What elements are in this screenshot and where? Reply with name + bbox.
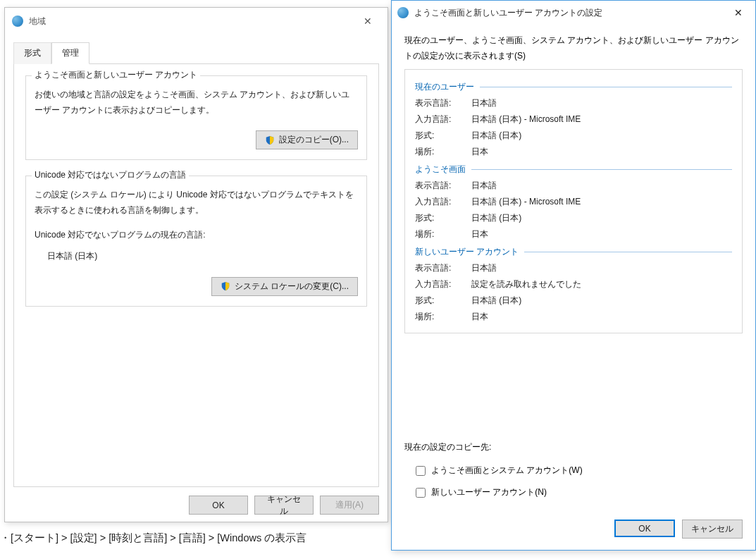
value-location: 日本 (471, 228, 732, 240)
apply-button[interactable]: 適用(A) (320, 496, 379, 515)
label-input-lang: 入力言語: (415, 196, 471, 208)
label-format: 形式: (415, 295, 471, 307)
label-input-lang: 入力言語: (415, 113, 471, 125)
kv-newuser: 表示言語: 日本語 入力言語: 設定を読み取れませんでした 形式: 日本語 (日… (415, 262, 732, 323)
kv-current: 表示言語: 日本語 入力言語: 日本語 (日本) - Microsoft IME… (415, 97, 732, 158)
breadcrumb: ・[スタート] > [設定] > [時刻と言語] > [言語] > [Windo… (0, 532, 306, 545)
close-button[interactable]: ✕ (723, 3, 754, 23)
change-system-locale-button[interactable]: システム ロケールの変更(C)... (211, 277, 358, 296)
checkbox-label: 新しいユーザー アカウント(N) (431, 486, 547, 498)
current-language-label: Unicode 対応でないプログラムの現在の言語: (35, 228, 358, 243)
tab-strip: 形式 管理 (13, 42, 379, 64)
globe-icon (397, 7, 409, 18)
value-location: 日本 (471, 311, 732, 323)
value-display-lang: 日本語 (471, 262, 732, 274)
current-language-value: 日本語 (日本) (35, 249, 358, 264)
value-input-lang: 日本語 (日本) - Microsoft IME (471, 113, 732, 125)
shield-icon (221, 281, 230, 291)
label-location: 場所: (415, 228, 471, 240)
label-location: 場所: (415, 311, 471, 323)
window-title: ようこそ画面と新しいユーザー アカウントの設定 (414, 7, 723, 19)
label-input-lang: 入力言語: (415, 278, 471, 290)
section-header-newuser: 新しいユーザー アカウント (415, 246, 732, 258)
label-format: 形式: (415, 130, 471, 142)
button-label: システム ロケールの変更(C)... (235, 281, 349, 293)
tab-admin[interactable]: 管理 (51, 42, 89, 64)
label-display-lang: 表示言語: (415, 180, 471, 192)
label-display-lang: 表示言語: (415, 262, 471, 274)
value-format: 日本語 (日本) (471, 212, 732, 224)
section-header-current: 現在のユーザー (415, 81, 732, 93)
label-format: 形式: (415, 212, 471, 224)
tab-format[interactable]: 形式 (13, 42, 51, 64)
label-display-lang: 表示言語: (415, 97, 471, 109)
tab-panel-admin: ようこそ画面と新しいユーザー アカウント お使いの地域と言語の設定をようこそ画面… (13, 64, 379, 487)
value-display-lang: 日本語 (471, 97, 732, 109)
client-area: 現在のユーザー、ようこそ画面、システム アカウント、および新しいユーザー アカウ… (392, 25, 755, 550)
shield-icon (265, 135, 275, 145)
checkbox-new-user[interactable] (416, 488, 426, 498)
group-legend: Unicode 対応ではないプログラムの言語 (32, 169, 189, 181)
close-button[interactable]: ✕ (352, 11, 383, 31)
titlebar[interactable]: 地域 ✕ (5, 8, 388, 35)
dialog-footer: OK キャンセル (404, 520, 743, 539)
label-location: 場所: (415, 146, 471, 158)
button-label: 設定のコピー(O)... (279, 134, 349, 146)
value-format: 日本語 (日本) (471, 130, 732, 142)
group-welcome-accounts: ようこそ画面と新しいユーザー アカウント お使いの地域と言語の設定をようこそ画面… (25, 75, 367, 160)
ok-button[interactable]: OK (614, 520, 675, 537)
value-input-lang: 設定を読み取れませんでした (471, 278, 732, 290)
client-area: 形式 管理 ようこそ画面と新しいユーザー アカウント お使いの地域と言語の設定を… (5, 42, 388, 496)
group-legend: ようこそ画面と新しいユーザー アカウント (32, 69, 200, 81)
titlebar[interactable]: ようこそ画面と新しいユーザー アカウントの設定 ✕ (392, 1, 755, 25)
cancel-button[interactable]: キャンセル (682, 520, 743, 539)
window-title: 地域 (29, 16, 352, 27)
cancel-button[interactable]: キャンセル (254, 496, 314, 515)
accounts-info-box: 現在のユーザー 表示言語: 日本語 入力言語: 日本語 (日本) - Micro… (404, 69, 743, 333)
group-desc: この設定 (システム ロケール) により Unicode 対応ではないプログラム… (35, 188, 358, 218)
region-dialog: 地域 ✕ 形式 管理 ようこそ画面と新しいユーザー アカウント お使いの地域と言… (4, 7, 388, 522)
kv-welcome: 表示言語: 日本語 入力言語: 日本語 (日本) - Microsoft IME… (415, 180, 732, 240)
value-input-lang: 日本語 (日本) - Microsoft IME (471, 196, 732, 208)
intro-text: 現在のユーザー、ようこそ画面、システム アカウント、および新しいユーザー アカウ… (404, 33, 743, 63)
checkbox-row-new-user[interactable]: 新しいユーザー アカウント(N) (416, 486, 743, 498)
value-display-lang: 日本語 (471, 180, 732, 192)
copy-destination-label: 現在の設定のコピー先: (404, 441, 743, 453)
section-header-welcome: ようこそ画面 (415, 164, 732, 176)
copy-settings-button[interactable]: 設定のコピー(O)... (256, 130, 358, 149)
value-format: 日本語 (日本) (471, 295, 732, 307)
welcome-accounts-dialog: ようこそ画面と新しいユーザー アカウントの設定 ✕ 現在のユーザー、ようこそ画面… (391, 0, 756, 551)
checkbox-row-welcome-system[interactable]: ようこそ画面とシステム アカウント(W) (416, 465, 743, 477)
checkbox-welcome-system[interactable] (416, 466, 426, 476)
dialog-footer: OK キャンセル 適用(A) (189, 496, 379, 515)
checkbox-label: ようこそ画面とシステム アカウント(W) (431, 465, 583, 477)
globe-icon (12, 16, 23, 27)
group-non-unicode: Unicode 対応ではないプログラムの言語 この設定 (システム ロケール) … (25, 176, 367, 306)
ok-button[interactable]: OK (189, 496, 248, 515)
value-location: 日本 (471, 146, 732, 158)
group-desc: お使いの地域と言語の設定をようこそ画面、システム アカウント、および新しいユーザ… (35, 87, 358, 118)
